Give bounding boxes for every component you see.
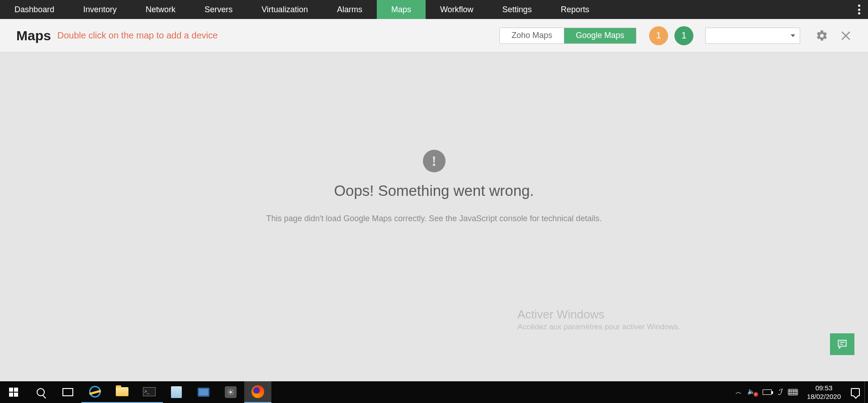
settings-button[interactable] [816, 29, 828, 42]
error-subtitle: This page didn't load Google Maps correc… [266, 214, 602, 223]
watermark-title: Activer Windows [517, 308, 680, 322]
folder-icon [116, 387, 128, 396]
chat-button[interactable] [830, 333, 854, 355]
battery-icon [763, 389, 772, 395]
search-icon [37, 388, 45, 396]
nav-network[interactable]: Network [131, 0, 190, 19]
keyboard-icon [788, 389, 798, 395]
tray-script-button[interactable]: ℐ [778, 387, 782, 397]
script-icon: ℐ [778, 387, 782, 397]
nav-workflow[interactable]: Workflow [426, 0, 488, 19]
internet-explorer-icon [88, 384, 102, 399]
taskbar-app-ie[interactable] [81, 381, 109, 403]
terminal-icon [143, 387, 156, 396]
clock-time: 09:53 [807, 384, 841, 393]
map-provider-toggle: Zoho Maps Google Maps [499, 28, 636, 44]
tray-battery-button[interactable] [763, 389, 772, 395]
nav-dashboard[interactable]: Dashboard [0, 0, 69, 19]
chevron-up-icon: ︿ [735, 388, 742, 396]
chat-icon [836, 338, 849, 350]
gear-icon [225, 386, 237, 398]
taskbar-app-cmd[interactable] [136, 381, 163, 403]
top-nav: Dashboard Inventory Network Servers Virt… [0, 0, 868, 19]
tray-keyboard-button[interactable] [788, 389, 798, 395]
nav-inventory[interactable]: Inventory [69, 0, 131, 19]
windows-icon [9, 388, 18, 397]
watermark-subtitle: Accédez aux paramètres pour activer Wind… [517, 322, 680, 332]
error-title: Oops! Something went wrong. [334, 182, 534, 199]
taskbar-app-firefox[interactable] [244, 381, 271, 403]
map-canvas[interactable]: ! Oops! Something went wrong. This page … [0, 52, 868, 381]
subheader-hint: Double click on the map to add a device [57, 30, 218, 41]
tray-volume-button[interactable]: × [748, 389, 756, 396]
gear-icon [816, 29, 828, 42]
nav-servers[interactable]: Servers [190, 0, 247, 19]
nav-reports[interactable]: Reports [546, 0, 604, 19]
volume-muted-icon: × [748, 389, 756, 396]
taskbar-clock[interactable]: 09:53 18/02/2020 [802, 384, 846, 401]
page-title: Maps [16, 28, 51, 43]
taskbar-search-button[interactable] [27, 381, 54, 403]
taskbar-app-explorer[interactable] [109, 381, 136, 403]
notepad-icon [171, 386, 182, 398]
subheader: Maps Double click on the map to add a de… [0, 19, 868, 52]
taskbar-app-notepad[interactable] [163, 381, 190, 403]
notification-icon [851, 388, 860, 396]
system-tray: ︿ × ℐ [732, 387, 802, 397]
google-maps-toggle[interactable]: Google Maps [564, 28, 636, 43]
zoho-maps-toggle[interactable]: Zoho Maps [500, 28, 564, 43]
chevron-down-icon [791, 34, 795, 37]
tray-overflow-button[interactable]: ︿ [735, 388, 742, 396]
taskbar-app-generic[interactable] [190, 381, 217, 403]
windows-activation-watermark: Activer Windows Accédez aux paramètres p… [517, 308, 680, 332]
taskbar-app-settings[interactable] [217, 381, 244, 403]
windows-taskbar: ︿ × ℐ 09:53 18/02/2020 [0, 381, 868, 403]
task-view-icon [62, 388, 73, 396]
status-badge-orange[interactable]: 1 [649, 26, 668, 45]
status-badge-green[interactable]: 1 [674, 26, 693, 45]
svg-point-0 [229, 391, 232, 393]
more-menu-button[interactable] [850, 0, 868, 19]
task-view-button[interactable] [54, 381, 81, 403]
close-icon [840, 30, 852, 42]
action-center-button[interactable] [846, 388, 864, 396]
firefox-icon [251, 385, 264, 398]
app-icon [198, 388, 209, 397]
nav-settings[interactable]: Settings [488, 0, 546, 19]
show-desktop-button[interactable] [864, 381, 868, 403]
map-select-dropdown[interactable] [705, 28, 800, 44]
kebab-icon [858, 5, 860, 14]
nav-virtualization[interactable]: Virtualization [247, 0, 323, 19]
clock-date: 18/02/2020 [807, 392, 841, 401]
error-icon: ! [423, 150, 446, 172]
nav-alarms[interactable]: Alarms [323, 0, 377, 19]
nav-maps[interactable]: Maps [377, 0, 426, 19]
close-button[interactable] [840, 30, 852, 42]
start-button[interactable] [0, 381, 27, 403]
